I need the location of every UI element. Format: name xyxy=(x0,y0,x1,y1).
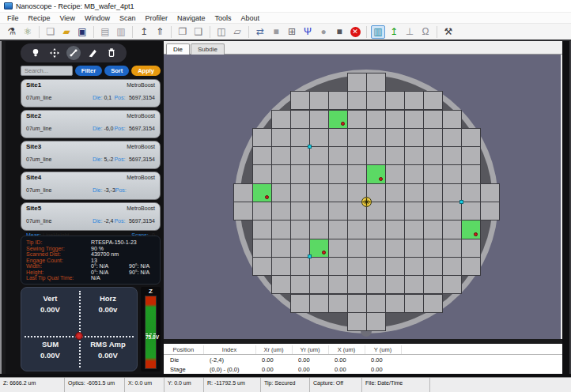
die-cell[interactable] xyxy=(404,257,424,276)
die-cell[interactable] xyxy=(309,164,329,183)
die-cell[interactable] xyxy=(328,202,348,220)
die-cell[interactable] xyxy=(404,220,424,239)
die-cell[interactable] xyxy=(461,257,481,276)
waveform-icon[interactable]: Ψ xyxy=(301,25,315,39)
die-cell[interactable] xyxy=(366,146,386,165)
die-cell[interactable] xyxy=(309,146,329,165)
die-cell[interactable] xyxy=(309,128,329,147)
die-cell[interactable] xyxy=(461,128,481,147)
die-cell[interactable] xyxy=(290,294,310,313)
die-cell[interactable] xyxy=(385,257,405,276)
die-cell[interactable] xyxy=(404,91,424,110)
die-cell[interactable] xyxy=(442,220,462,239)
die-cell[interactable] xyxy=(328,239,348,258)
die-cell[interactable] xyxy=(385,110,405,129)
site-card-site1[interactable]: Site1MetroBoost07um_lineDie: 0,1Pos: 569… xyxy=(21,79,161,107)
die-cell[interactable] xyxy=(347,220,367,239)
tip-stand-icon[interactable]: ⊥ xyxy=(403,25,417,39)
die-cell[interactable] xyxy=(423,239,443,258)
die-cell[interactable] xyxy=(480,202,500,220)
die-cell[interactable] xyxy=(366,294,386,313)
die-cell[interactable] xyxy=(423,202,443,220)
scan-area-icon[interactable]: ▱ xyxy=(230,25,244,39)
die-cell[interactable] xyxy=(252,146,272,165)
line-measure-icon[interactable] xyxy=(66,46,81,60)
crosshair-grid-icon[interactable]: ⊞ xyxy=(285,25,299,39)
die-cell[interactable] xyxy=(404,275,424,294)
menu-scan[interactable]: Scan xyxy=(115,14,141,22)
die-cell[interactable] xyxy=(366,275,386,294)
die-cell[interactable] xyxy=(328,275,348,294)
die-cell[interactable] xyxy=(347,73,367,92)
die-cell[interactable] xyxy=(271,275,291,294)
stage-up-icon[interactable]: ⇑ xyxy=(153,25,167,39)
tab-die[interactable]: Die xyxy=(166,43,190,55)
die-cell[interactable] xyxy=(328,294,348,313)
die-cell[interactable] xyxy=(423,220,443,239)
die-cell[interactable] xyxy=(423,294,443,313)
die-cell[interactable] xyxy=(290,146,310,165)
tip-qualify-icon[interactable]: ⚒ xyxy=(441,25,456,39)
die-cell[interactable] xyxy=(461,183,481,202)
die-cell[interactable] xyxy=(423,110,443,129)
die-cell[interactable] xyxy=(423,146,443,165)
die-cell[interactable] xyxy=(404,239,424,258)
die-cell[interactable] xyxy=(366,110,386,129)
trash-icon[interactable] xyxy=(104,46,119,60)
die-cell[interactable] xyxy=(290,91,310,110)
die-cell[interactable] xyxy=(290,183,310,202)
pen-icon[interactable] xyxy=(85,46,100,60)
die-cell[interactable] xyxy=(404,183,424,202)
site-card-site3[interactable]: Site3MetroBoost07um_lineDie: 5,-2Pos: 56… xyxy=(21,141,161,169)
die-cell[interactable] xyxy=(385,220,405,239)
menu-profiler[interactable]: Profiler xyxy=(140,14,172,22)
die-cell[interactable] xyxy=(442,110,462,129)
die-cell[interactable] xyxy=(290,275,310,294)
filter-button[interactable]: Filter xyxy=(75,66,102,76)
die-cell[interactable] xyxy=(442,275,462,294)
die-cell[interactable] xyxy=(385,183,405,202)
site-die[interactable] xyxy=(252,183,272,202)
die-cell[interactable] xyxy=(328,91,348,110)
die-cell[interactable] xyxy=(328,164,348,183)
die-cell[interactable] xyxy=(271,164,291,183)
die-cell[interactable] xyxy=(309,183,329,202)
menu-about[interactable]: About xyxy=(236,14,264,22)
die-cell[interactable] xyxy=(328,183,348,202)
die-cell[interactable] xyxy=(309,110,329,129)
die-cell[interactable] xyxy=(271,239,291,258)
die-cell[interactable] xyxy=(385,275,405,294)
die-cell[interactable] xyxy=(252,164,272,183)
sort-button[interactable]: Sort xyxy=(104,66,129,76)
die-cell[interactable] xyxy=(309,220,329,239)
align-arrows-icon[interactable]: ⇄ xyxy=(253,25,267,39)
die-cell[interactable] xyxy=(347,110,367,129)
die-cell[interactable] xyxy=(423,128,443,147)
die-cell[interactable] xyxy=(404,110,424,129)
die-cell[interactable] xyxy=(366,312,386,331)
die-cell[interactable] xyxy=(404,128,424,147)
die-cell[interactable] xyxy=(385,202,405,220)
die-cell[interactable] xyxy=(423,91,443,110)
abort-icon[interactable]: ✕ xyxy=(348,25,362,39)
tab-subdie[interactable]: Subdie xyxy=(191,43,225,55)
site-card-site5[interactable]: Site5MetroBoost07um_lineDie: -2,4Pos: 56… xyxy=(21,202,161,231)
die-cell[interactable] xyxy=(423,257,443,276)
probe-icon[interactable]: ● xyxy=(316,25,331,39)
open-recipe-icon[interactable]: ▰ xyxy=(59,25,74,39)
new-document-icon[interactable]: ❏ xyxy=(43,25,58,39)
apply-button[interactable]: Apply xyxy=(131,66,161,76)
die-cell[interactable] xyxy=(404,294,424,313)
die-cell[interactable] xyxy=(328,146,348,165)
menu-file[interactable]: File xyxy=(2,14,24,22)
engage-probes-icon[interactable]: ⚛ xyxy=(21,25,35,39)
die-cell[interactable] xyxy=(290,202,310,220)
die-cell[interactable] xyxy=(347,128,367,147)
die-cell[interactable] xyxy=(233,202,253,220)
die-cell[interactable] xyxy=(404,202,424,220)
die-cell[interactable] xyxy=(309,275,329,294)
die-cell[interactable] xyxy=(328,220,348,239)
die-cell[interactable] xyxy=(233,183,253,202)
die-cell[interactable] xyxy=(309,202,329,220)
die-cell[interactable] xyxy=(366,257,386,276)
